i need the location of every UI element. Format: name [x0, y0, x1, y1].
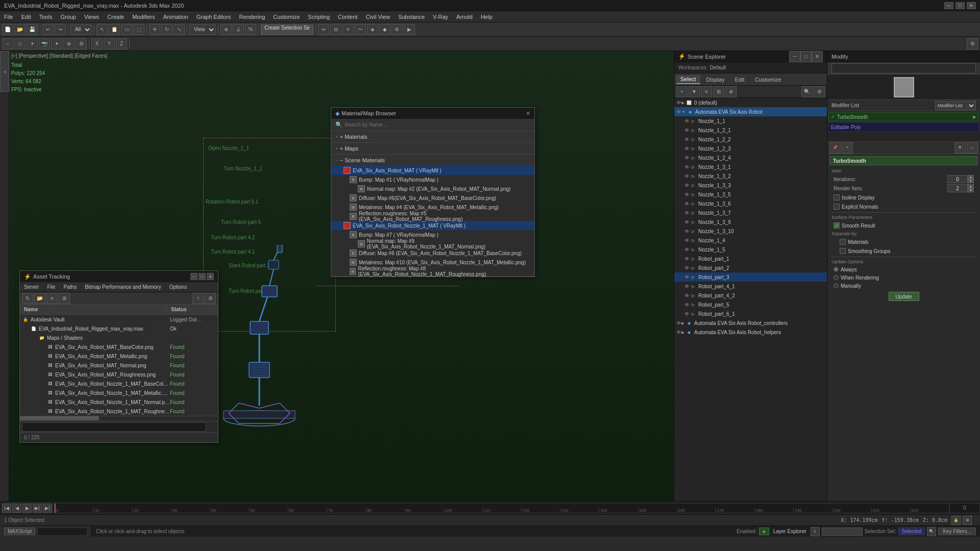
layer-item-nozzle1310[interactable]: 👁 ▷ Nozzle_1_3_10 [674, 227, 827, 236]
render-setup-button[interactable]: ⚙ [391, 24, 403, 35]
at-item-maps-folder[interactable]: 📁 Maps / Shaders [20, 333, 218, 342]
align-button[interactable]: ⊟ [330, 24, 341, 35]
se-list-btn[interactable]: ≡ [701, 86, 712, 97]
object-color-swatch[interactable] [894, 77, 914, 97]
timeline[interactable]: 0 10 20 30 40 50 60 70 80 90 100 110 120… [54, 503, 949, 513]
layer-item-rpart42[interactable]: 👁 ▷ Robot_part_4_2 [674, 291, 827, 300]
curve-editor-button[interactable]: 〜 [355, 24, 366, 35]
menu-arnold[interactable]: Arnold [452, 13, 477, 21]
close-button[interactable]: ✕ [967, 2, 976, 9]
menu-file[interactable]: File [0, 13, 17, 21]
viewport[interactable]: [+] [Perspective] [Standard] [Edged Face… [9, 51, 674, 501]
layer-item-rpart1[interactable]: 👁 ▷ Robot_part_1 [674, 254, 827, 263]
at-item-nozzle-metallic[interactable]: 🖼 EVA_Six_Axis_Robot_Nozzle_1_MAT_Metall… [20, 388, 218, 397]
layer-item-nozzle133[interactable]: 👁 ▷ Nozzle_1_3_3 [674, 181, 827, 190]
mat-item-nozzle-mat[interactable]: EVA_Six_Axis_Robot_Nozzle_1_MAT ( VRayMt… [331, 221, 534, 230]
space-warp-button[interactable]: ⊗ [63, 38, 75, 49]
menu-animation[interactable]: Animation [159, 13, 192, 21]
at-item-roughness[interactable]: 🖼 EVA_Six_Axis_Robot_MAT_Roughness.png F… [20, 370, 218, 379]
at-item-metallic[interactable]: 🖼 EVA_Six_Axis_Robot_MAT_Metallic.png Fo… [20, 352, 218, 361]
at-list-btn[interactable]: ≡ [46, 293, 58, 304]
mat-maps-header[interactable]: + + Maps [331, 143, 534, 154]
new-button[interactable]: 📄 [2, 24, 13, 35]
at-help-btn[interactable]: ? [192, 293, 204, 304]
layer-item-nozzle131[interactable]: 👁 ▷ Nozzle_1_3_1 [674, 162, 827, 171]
render-iters-up-button[interactable]: ▲ [968, 184, 974, 188]
at-item-basecol[interactable]: 🖼 EVA_Six_Axis_Robot_MAT_BaseColor.png F… [20, 342, 218, 352]
layer-item-default[interactable]: 👁 ▶ ⬜ 0 (default) [674, 98, 827, 107]
shape-button[interactable]: ◇ [14, 38, 26, 49]
se-grid-btn[interactable]: ⊞ [713, 86, 724, 97]
window-crossing-button[interactable]: ⬚ [133, 24, 144, 35]
isoline-checkbox[interactable] [834, 194, 840, 201]
iterations-up-button[interactable]: ▲ [968, 175, 974, 179]
explicit-normals-checkbox[interactable] [834, 204, 840, 210]
materials-checkbox[interactable] [840, 239, 846, 245]
move-x[interactable]: X [91, 38, 103, 49]
go-end-button[interactable]: ▶| [43, 504, 52, 513]
save-button[interactable]: 💾 [27, 24, 38, 35]
layer-item-nozzle121[interactable]: 👁 ▷ Nozzle_1_2_1 [674, 126, 827, 135]
layer-item-nozzle135[interactable]: 👁 ▷ Nozzle_1_3_5 [674, 190, 827, 199]
menu-group[interactable]: Group [56, 13, 80, 21]
layer-item-rpart61[interactable]: 👁 ▷ Robot_part_6_1 [674, 309, 827, 318]
mat-materials-header[interactable]: + + Materials [331, 131, 534, 142]
at-refresh-btn[interactable]: ↻ [22, 293, 33, 304]
find-button[interactable]: 🔍 [927, 527, 936, 536]
modifier-edpoly[interactable]: Editable Poly [828, 122, 979, 132]
layer-item-nozzle122[interactable]: 👁 ▷ Nozzle_1_2_2 [674, 135, 827, 144]
at-search-input[interactable] [22, 422, 206, 432]
view-select[interactable]: View [189, 24, 216, 35]
at-item-nozzle-roughness[interactable]: 🖼 EVA_Six_Axis_Robot_Nozzle_1_MAT_Roughn… [20, 407, 218, 416]
at-minimize-button[interactable]: ─ [190, 273, 198, 280]
at-item-nozzle-normal[interactable]: 🖼 EVA_Six_Axis_Robot_Nozzle_1_MAT_Normal… [20, 397, 218, 407]
layer-item-helpers[interactable]: 👁 ▶ ◆ Automata EVA Six Axis Robot_helper… [674, 328, 827, 337]
se-minimize-button[interactable]: ─ [789, 51, 800, 62]
se-tab-select[interactable]: Select [676, 75, 700, 84]
light-button[interactable]: ☀ [27, 38, 38, 49]
mod-pin-btn[interactable]: 📌 [829, 142, 841, 154]
settings-btn[interactable]: ⚙ [967, 38, 978, 49]
se-filter-btn[interactable]: ▼ [689, 86, 700, 97]
layer-manager-button[interactable]: ≡ [342, 24, 354, 35]
layer-item-rpart5[interactable]: 👁 ▷ Robot_part_5 [674, 300, 827, 309]
helper-button[interactable]: ✦ [51, 38, 62, 49]
at-menu-file[interactable]: File [43, 283, 59, 291]
move-button[interactable]: ✛ [149, 24, 160, 35]
menu-civil-view[interactable]: Civil View [362, 13, 394, 21]
at-item-main-file[interactable]: 📄 EVA_Industrial_Robot_Rigged_max_vray.m… [20, 324, 218, 333]
mat-item-roughness-mat[interactable]: R Reflection.roughness: Map #5 (EVA_Six_… [331, 212, 534, 221]
render-iters-input[interactable] [947, 184, 968, 192]
play-button[interactable]: ▶ [22, 504, 32, 513]
mat-browser-close-button[interactable]: ✕ [526, 110, 530, 117]
at-menu-server[interactable]: Server [20, 283, 43, 291]
next-frame-button[interactable]: ▶| [33, 504, 42, 513]
mat-browser-title-bar[interactable]: ◆ Material/Map Browser ✕ [331, 108, 534, 119]
layer-item-nozzle124[interactable]: 👁 ▷ Nozzle_1_2_4 [674, 153, 827, 162]
smooth-result-checkbox[interactable]: ✓ [834, 222, 840, 229]
menu-help[interactable]: Help [477, 13, 497, 21]
snap-3d-button[interactable]: ⊕ [220, 24, 232, 35]
at-settings-btn[interactable]: ⚙ [205, 293, 216, 304]
layer-item-rpart3[interactable]: 👁 ▷ Robot_part_3 [674, 272, 827, 282]
se-tab-edit[interactable]: Edit [731, 76, 749, 84]
menu-vray[interactable]: V-Ray [429, 13, 452, 21]
smoothing-groups-checkbox[interactable] [840, 248, 846, 254]
se-tab-customize[interactable]: Customize [751, 76, 786, 84]
layer-item-nozzle139[interactable]: 👁 ▷ Nozzle_1_3_9 [674, 217, 827, 227]
maxscript-input[interactable] [37, 528, 87, 536]
mat-item-nozzle-diffuse6[interactable]: D Diffuse: Map #6 (EVA_Six_Axis_Robot_No… [331, 248, 534, 258]
menu-rendering[interactable]: Rendering [235, 13, 270, 21]
modifier-list-dropdown[interactable]: Modifier List [935, 101, 976, 110]
system-button[interactable]: ⚙ [76, 38, 87, 49]
mat-scene-header[interactable]: − − Scene Materials [331, 155, 534, 166]
select-region-button[interactable]: ▭ [121, 24, 132, 35]
menu-content[interactable]: Content [334, 13, 362, 21]
playhead[interactable] [55, 504, 56, 513]
create-selection-button[interactable]: Create Selection Se [261, 24, 313, 35]
se-settings-btn[interactable]: ⚙ [814, 86, 825, 97]
render-button[interactable]: ▶ [404, 24, 415, 35]
prev-frame-button[interactable]: ◀ [12, 504, 21, 513]
modifier-turbomooth[interactable]: ✓ TurboSmooth ▶ [828, 112, 979, 121]
layer-item-nozzle15[interactable]: 👁 ▷ Nozzle_1_5 [674, 245, 827, 254]
